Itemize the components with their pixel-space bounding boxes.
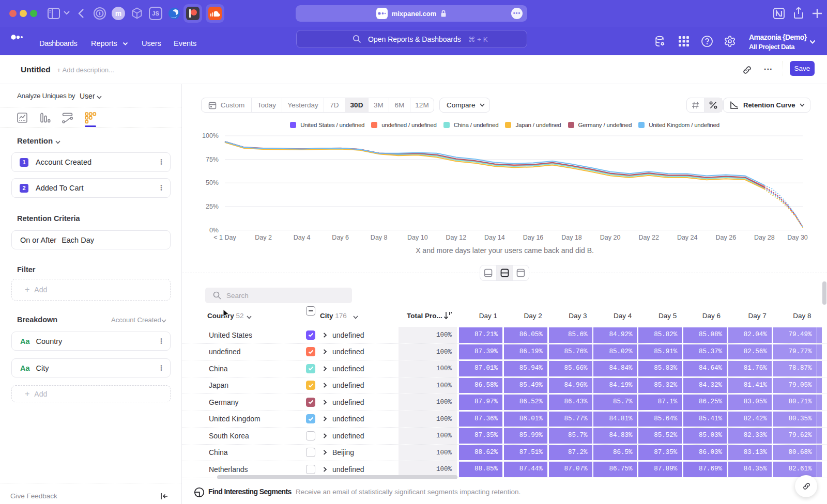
svg-text:Day 20: Day 20 bbox=[600, 234, 621, 241]
svg-text:Day 28: Day 28 bbox=[754, 234, 775, 241]
svg-text:Day 2: Day 2 bbox=[255, 234, 272, 241]
svg-text:Day 6: Day 6 bbox=[332, 234, 349, 241]
svg-text:Day 24: Day 24 bbox=[677, 234, 698, 241]
svg-text:Day 8: Day 8 bbox=[371, 234, 388, 241]
svg-text:Day 18: Day 18 bbox=[561, 234, 582, 241]
svg-text:Day 26: Day 26 bbox=[715, 234, 736, 241]
svg-text:0%: 0% bbox=[209, 227, 219, 234]
svg-text:Day 4: Day 4 bbox=[294, 234, 311, 241]
svg-text:Day 30: Day 30 bbox=[787, 234, 808, 241]
svg-text:Day 16: Day 16 bbox=[523, 234, 544, 241]
svg-text:75%: 75% bbox=[206, 156, 219, 163]
svg-text:25%: 25% bbox=[206, 203, 219, 210]
svg-text:Day 10: Day 10 bbox=[407, 234, 428, 241]
svg-text:50%: 50% bbox=[206, 179, 219, 186]
svg-text:100%: 100% bbox=[202, 132, 219, 139]
svg-text:Day 14: Day 14 bbox=[484, 234, 505, 241]
svg-text:Day 22: Day 22 bbox=[638, 234, 659, 241]
svg-text:< 1 Day: < 1 Day bbox=[213, 234, 236, 241]
svg-text:Day 12: Day 12 bbox=[446, 234, 467, 241]
